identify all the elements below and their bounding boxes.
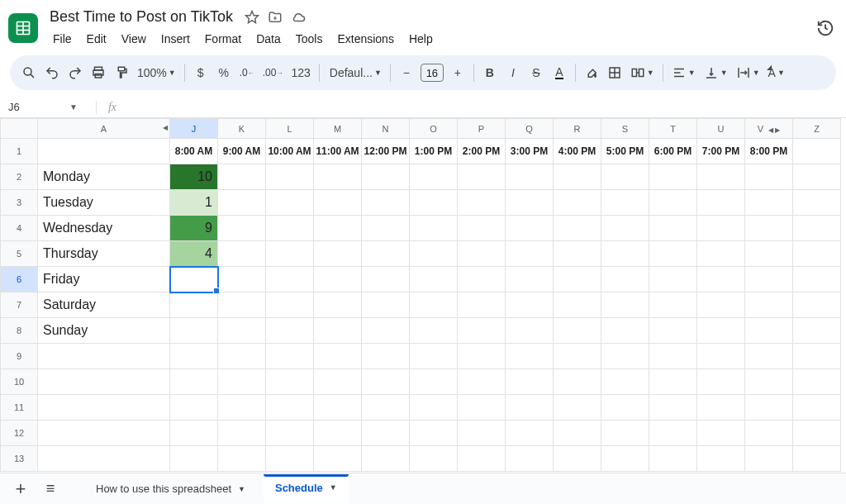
cell-Q-6[interactable] [506,267,554,292]
cell-header-10[interactable]: 5:00 PM [601,139,649,164]
cell-L-5[interactable] [266,241,314,267]
cell-j-10[interactable] [170,369,218,395]
cell-V-11[interactable] [745,395,793,421]
cell-N-2[interactable] [362,164,410,190]
cell-day-3[interactable]: Tuesday [38,190,170,216]
cell-S-2[interactable] [601,164,649,190]
cell-R-7[interactable] [554,292,601,318]
cell-Q-13[interactable] [506,446,554,472]
zoom-dropdown[interactable]: 100%▼ [134,60,179,85]
cell-header-3[interactable]: 10:00 AM [266,139,314,164]
history-icon[interactable] [815,17,836,39]
cell-j-2[interactable]: 10 [170,164,218,190]
menu-edit[interactable]: Edit [80,29,113,49]
cell-S-13[interactable] [601,446,649,472]
cell-O-10[interactable] [410,369,458,395]
cell-Z-11[interactable] [793,395,841,421]
cell-j-6[interactable] [170,267,218,292]
cell-N-6[interactable] [362,267,410,292]
cell-U-2[interactable] [697,164,745,190]
cell-M-3[interactable] [314,190,362,216]
cell-P-3[interactable] [458,190,506,216]
menu-file[interactable]: File [46,29,78,49]
redo-icon[interactable] [64,60,86,85]
cell-N-5[interactable] [362,241,410,267]
cell-header-1[interactable]: 8:00 AM [170,139,218,164]
cell-T-8[interactable] [649,318,697,344]
col-header-O[interactable]: O [410,119,458,139]
cell-V-6[interactable] [745,267,793,292]
col-header-Q[interactable]: Q [506,119,554,139]
cell-T-4[interactable] [649,216,697,241]
cell-Q-10[interactable] [506,369,554,395]
cell-V-13[interactable] [745,446,793,472]
cell-Z-7[interactable] [793,292,841,318]
cell-L-8[interactable] [266,318,314,344]
cell-N-4[interactable] [362,216,410,241]
menu-tools[interactable]: Tools [289,29,330,49]
cell-j-5[interactable]: 4 [170,241,218,267]
v-align-button[interactable]: ▼ [701,60,731,85]
cell-P-8[interactable] [458,318,506,344]
cell-O-2[interactable] [410,164,458,190]
cell-M-5[interactable] [314,241,362,267]
doc-title[interactable]: Best Time to Post on TikTok [46,7,236,27]
cell-T-12[interactable] [649,421,697,446]
cell-N-8[interactable] [362,318,410,344]
cell-K-7[interactable] [218,292,266,318]
star-icon[interactable] [245,10,259,25]
cell-U-6[interactable] [697,267,745,292]
cell-header-7[interactable]: 2:00 PM [458,139,506,164]
cell-O-4[interactable] [410,216,458,241]
cell-M-10[interactable] [314,369,362,395]
cell-V-9[interactable] [745,344,793,369]
cell-K-4[interactable] [218,216,266,241]
cell-header-6[interactable]: 1:00 PM [410,139,458,164]
cell-K-9[interactable] [218,344,266,369]
cell-V-2[interactable] [745,164,793,190]
cell-P-4[interactable] [458,216,506,241]
menu-insert[interactable]: Insert [154,29,197,49]
cell-V-3[interactable] [745,190,793,216]
cell-Q-12[interactable] [506,421,554,446]
cell-R-2[interactable] [554,164,601,190]
cell-header-2[interactable]: 9:00 AM [218,139,266,164]
menu-extensions[interactable]: Extensions [330,29,400,49]
cell-day-10[interactable] [38,369,170,395]
fill-color-button[interactable] [581,60,602,85]
wrap-button[interactable]: ▼ [733,60,763,85]
cell-R-12[interactable] [554,421,601,446]
cell-day-12[interactable] [38,421,170,446]
cell-K-6[interactable] [218,267,266,292]
cell-U-12[interactable] [697,421,745,446]
cell-R-3[interactable] [554,190,601,216]
cell-V-4[interactable] [745,216,793,241]
cell-O-8[interactable] [410,318,458,344]
cell-Z-2[interactable] [793,164,841,190]
cell-M-8[interactable] [314,318,362,344]
cell-P-7[interactable] [458,292,506,318]
cell-T-13[interactable] [649,446,697,472]
cell-Q-3[interactable] [506,190,554,216]
cell-K-10[interactable] [218,369,266,395]
currency-icon[interactable]: $ [190,60,212,85]
col-header-T[interactable]: T [649,119,697,139]
cell-j-8[interactable] [170,318,218,344]
row-header-12[interactable]: 12 [1,421,38,446]
print-icon[interactable] [88,60,109,85]
cell-S-7[interactable] [601,292,649,318]
cell-K-5[interactable] [218,241,266,267]
cell-R-11[interactable] [554,395,601,421]
cell-header-14[interactable] [793,139,841,164]
cell-day-13[interactable] [38,446,170,472]
cell-U-11[interactable] [697,395,745,421]
cell-j-13[interactable] [170,446,218,472]
cell-S-6[interactable] [601,267,649,292]
col-header-K[interactable]: K [218,119,266,139]
cell-M-13[interactable] [314,446,362,472]
select-all-corner[interactable] [1,119,38,139]
cell-L-7[interactable] [266,292,314,318]
cell-M-4[interactable] [314,216,362,241]
cell-L-9[interactable] [266,344,314,369]
row-header-8[interactable]: 8 [1,318,38,344]
